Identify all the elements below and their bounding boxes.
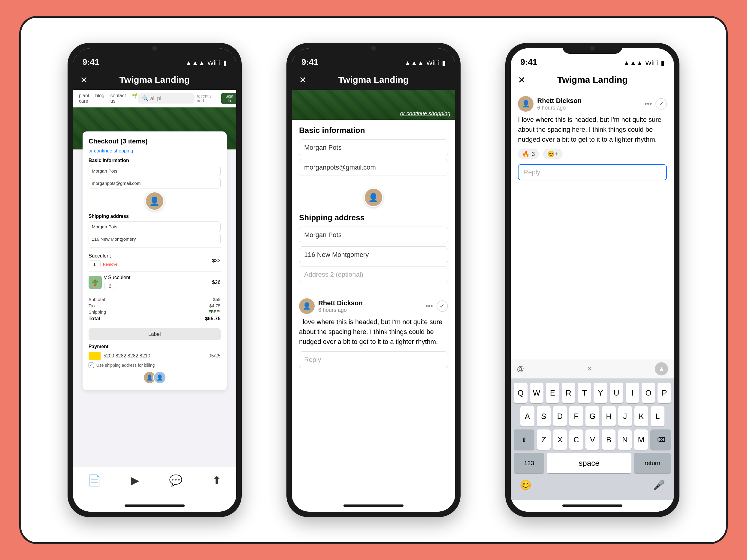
email-field-p2[interactable]: morganpots@gmail.com [299,159,448,176]
home-indicator-p3 [511,500,674,512]
mention-close-icon[interactable]: ✕ [587,365,592,373]
item-row-1: Succulent 1 Remove $33 [88,250,221,272]
recently-added[interactable]: recently add... [197,94,219,103]
reply-input-p3[interactable]: Reply [518,164,667,180]
key-M[interactable]: M [634,429,648,450]
address2-field-p2[interactable]: Address 2 (optional) [299,266,448,283]
name-field-p1[interactable]: Morgan Pots [88,166,221,176]
continue-shopping-link[interactable]: or continue shopping [400,110,450,117]
sign-in-button[interactable]: Sign in [221,93,236,104]
item-name-1: Succulent [88,253,118,259]
key-U[interactable]: U [610,383,623,403]
total-row: Total $65.75 [88,315,221,322]
key-X[interactable]: X [553,429,567,450]
user-avatar-p2: 👤 [364,188,383,207]
remove-link-1[interactable]: Remove [103,262,118,266]
key-B[interactable]: B [602,429,616,450]
shipping-row: Shipping FREE* [88,309,221,315]
key-W[interactable]: W [530,383,543,403]
three-dots-icon-p3[interactable]: ••• [644,100,652,108]
total-label: Total [88,316,100,322]
add-emoji-badge[interactable]: 😊+ [543,149,563,159]
key-R[interactable]: R [562,383,575,403]
key-G[interactable]: G [586,406,599,426]
key-I[interactable]: I [626,383,639,403]
reaction-count: 3 [532,151,535,158]
qty-input-2[interactable]: 2 [104,282,116,290]
nav-share-icon[interactable]: ⬆ [212,474,221,487]
checkout-card: Checkout (3 items) or continue shopping … [82,131,227,390]
key-F[interactable]: F [569,406,583,426]
key-P[interactable]: P [658,383,671,403]
card-number[interactable]: 5200 8282 8282 8210 [104,353,150,358]
nav-plant-care[interactable]: plant care [79,93,89,104]
name-field-p2[interactable]: Morgan Pots [299,139,448,156]
phone-1-status-icons: ▲▲▲ WiFi ▮ [185,59,226,67]
key-D[interactable]: D [553,406,567,426]
key-N[interactable]: N [618,429,632,450]
key-A[interactable]: A [520,406,534,426]
nav-blog[interactable]: blog [95,93,104,104]
email-field-p1[interactable]: morganpots@gmail.com [88,178,221,188]
close-button-p2[interactable]: ✕ [299,75,307,85]
home-bar-p1 [125,505,185,507]
nav-comment-icon[interactable]: 💬 [169,474,183,487]
mention-at-symbol[interactable]: @ [517,365,524,373]
qty-input-1[interactable]: 1 [88,260,101,268]
comment-text-p3: I love where this is headed, but I'm not… [518,115,667,144]
shipping-label: Shipping [88,310,106,315]
three-dots-icon-p2[interactable]: ••• [426,302,433,310]
key-shift[interactable]: ⇧ [514,429,535,450]
website-search[interactable]: 🔍 all pl... [138,93,194,104]
avatar-2: 👤 [153,371,166,384]
key-backspace[interactable]: ⌫ [650,429,671,450]
nav-play-icon[interactable]: ▶ [131,474,139,487]
nav-contact-us[interactable]: contact us [110,93,126,104]
phone-3-app-bar: ✕ Twigma Landing [511,70,674,90]
fire-emoji-badge[interactable]: 🔥 3 [518,149,539,159]
close-button-p3[interactable]: ✕ [518,75,525,85]
key-S[interactable]: S [537,406,551,426]
shipping-name-p2[interactable]: Morgan Pots [299,226,448,243]
main-frame: 9:41 ▲▲▲ WiFi ▮ ✕ Twigma Landing plant c… [19,16,728,544]
key-C[interactable]: C [569,429,583,450]
emoji-keyboard-icon[interactable]: 😊 [520,479,532,491]
mic-icon[interactable]: 🎤 [653,479,665,491]
close-button[interactable]: ✕ [80,75,88,85]
battery-icon-p2: ▮ [442,59,445,67]
keyboard-bottom-row: 😊 🎤 [514,476,671,491]
nav-docs-icon[interactable]: 📄 [88,474,101,487]
check-circle-p2[interactable]: ✓ [437,300,448,312]
key-T[interactable]: T [578,383,591,403]
label-button[interactable]: Label [88,328,221,340]
shipping-name-p1[interactable]: Morgan Pots [88,221,221,232]
use-shipping-checkbox[interactable]: ✓ [88,363,94,368]
wifi-icon-p3: WiFi [645,59,659,67]
key-space[interactable]: space [547,453,632,473]
key-J[interactable]: J [618,406,632,426]
shipping-address-p1[interactable]: 116 New Montgomery [88,234,221,244]
key-E[interactable]: E [546,383,559,403]
phone-3-camera [590,46,595,51]
key-K[interactable]: K [635,406,648,426]
key-O[interactable]: O [642,383,655,403]
key-numbers[interactable]: 123 [514,453,544,473]
add-emoji-icon: 😊+ [547,150,559,158]
key-Z[interactable]: Z [537,429,551,450]
totals-section: Subtotal $59 Tax $4.75 Shipping FREE* [88,293,221,325]
item-name-2: y Succulent [104,274,131,281]
commenter-avatar-p2: 👤 [299,298,315,314]
key-L[interactable]: L [651,406,665,426]
key-return[interactable]: return [634,453,671,473]
send-button[interactable]: ▲ [655,362,668,375]
key-Y[interactable]: Y [594,383,607,403]
check-circle-p3[interactable]: ✓ [655,98,667,110]
key-Q[interactable]: Q [514,383,527,403]
commenter-avatar-p3: 👤 [518,96,534,112]
key-V[interactable]: V [586,429,599,450]
key-H[interactable]: H [602,406,616,426]
shipping-address-p2[interactable]: 116 New Montgomery [299,246,448,263]
bottom-avatars: 👤 👤 [88,371,221,384]
reply-input-p2[interactable]: Reply [299,351,448,368]
phone-2-app-bar: ✕ Twigma Landing [292,70,455,90]
